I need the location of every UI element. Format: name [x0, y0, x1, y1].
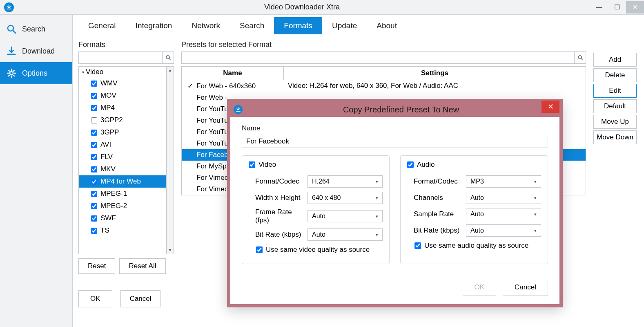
dialog-titlebar: Copy Predefined Preset To New ✕	[230, 102, 559, 117]
format-item[interactable]: MP4 for Web	[79, 175, 166, 188]
dialog-close-button[interactable]: ✕	[541, 101, 559, 113]
format-item[interactable]: TS	[79, 224, 166, 237]
reset-all-button[interactable]: Reset All	[119, 258, 165, 274]
format-checkbox[interactable]	[91, 130, 97, 136]
tab-integration[interactable]: Integration	[126, 17, 182, 34]
video-enable-checkbox[interactable]	[249, 161, 255, 168]
dialog-cancel-button[interactable]: Cancel	[503, 279, 548, 296]
format-checkbox[interactable]	[91, 179, 97, 185]
svg-line-1	[13, 30, 16, 33]
movedown-button[interactable]: Move Down	[593, 130, 637, 144]
format-checkbox[interactable]	[91, 166, 97, 172]
format-item[interactable]: 3GPP2	[79, 114, 166, 126]
moveup-button[interactable]: Move Up	[593, 115, 637, 129]
formats-tree: Video WMVMOVMP43GPP23GPPAVIFLVMKVMP4 for…	[78, 66, 174, 254]
preset-dialog: Copy Predefined Preset To New ✕ Name Vid…	[227, 99, 563, 307]
format-checkbox[interactable]	[91, 142, 97, 148]
audio-enable-checkbox[interactable]	[407, 161, 414, 168]
scroll-up-icon[interactable]: ▲	[167, 67, 174, 74]
video-fps-select[interactable]: Auto	[308, 210, 383, 222]
format-checkbox[interactable]	[91, 215, 97, 222]
format-checkbox[interactable]	[91, 154, 97, 160]
tab-formats[interactable]: Formats	[274, 17, 322, 34]
format-item[interactable]: FLV	[79, 151, 166, 163]
audio-format-select[interactable]: MP3	[466, 175, 541, 188]
delete-button[interactable]: Delete	[593, 68, 637, 82]
format-checkbox[interactable]	[91, 228, 97, 234]
format-item[interactable]: MP4	[79, 102, 166, 114]
svg-line-6	[581, 58, 583, 60]
audio-format-label: Format/Codec	[414, 177, 466, 186]
svg-line-4	[169, 58, 171, 60]
format-checkbox[interactable]	[91, 203, 97, 209]
maximize-button[interactable]: ☐	[608, 1, 626, 13]
svg-point-2	[10, 72, 13, 75]
sidebar-item-label: Options	[22, 69, 47, 78]
preset-name: For Vimeo	[196, 185, 228, 193]
video-samequality-checkbox[interactable]	[256, 246, 263, 253]
default-button[interactable]: Default	[593, 99, 637, 113]
format-checkbox[interactable]	[91, 81, 97, 87]
format-checkbox[interactable]	[91, 105, 97, 111]
format-label: MPEG-1	[100, 190, 127, 198]
edit-button[interactable]: Edit	[593, 84, 637, 98]
tabs: General Integration Network Search Forma…	[73, 15, 644, 36]
ok-button[interactable]: OK	[78, 290, 112, 307]
audio-bitrate-select[interactable]: Auto	[466, 224, 541, 237]
search-icon	[6, 23, 17, 35]
sidebar-item-options[interactable]: Options	[0, 62, 72, 84]
video-bitrate-label: Bit Rate (kbps)	[255, 231, 308, 239]
video-panel: Video Format/CodecH.264 Width x Height64…	[242, 155, 390, 264]
gear-icon	[6, 67, 17, 79]
audio-samplerate-select[interactable]: Auto	[466, 208, 541, 220]
video-format-select[interactable]: H.264	[308, 175, 383, 188]
cancel-button[interactable]: Cancel	[120, 290, 161, 307]
audio-channels-select[interactable]: Auto	[466, 192, 541, 204]
sidebar: Search Download Options	[0, 15, 73, 327]
tab-about[interactable]: About	[367, 17, 407, 34]
format-item[interactable]: MPEG-2	[79, 200, 166, 212]
format-item[interactable]: 3GPP	[79, 126, 166, 139]
preset-row[interactable]: ✓For Web - 640x360Video: H.264 for web, …	[182, 80, 586, 92]
formats-search-input[interactable]	[79, 52, 162, 63]
svg-point-5	[578, 56, 582, 59]
reset-button[interactable]: Reset	[78, 258, 115, 274]
tab-network[interactable]: Network	[182, 17, 230, 34]
preset-name: For YouTu	[196, 116, 228, 125]
format-item[interactable]: MKV	[79, 163, 166, 175]
name-label: Name	[242, 124, 548, 132]
preset-name-input[interactable]	[242, 135, 548, 148]
scroll-down-icon[interactable]: ▼	[167, 246, 174, 254]
format-label: MP4	[100, 104, 115, 112]
minimize-button[interactable]: —	[590, 1, 608, 13]
tab-search[interactable]: Search	[230, 17, 274, 34]
formats-search-button[interactable]	[162, 52, 174, 63]
format-item[interactable]: WMV	[79, 77, 166, 90]
preset-name: For Facebo	[196, 151, 232, 159]
dialog-ok-button[interactable]: OK	[463, 279, 497, 296]
sidebar-item-download[interactable]: Download	[0, 40, 72, 62]
tab-update[interactable]: Update	[322, 17, 367, 34]
presets-search-input[interactable]	[182, 52, 574, 63]
formats-scrollbar[interactable]: ▲ ▼	[166, 67, 174, 254]
format-checkbox[interactable]	[91, 93, 97, 99]
tree-group-video[interactable]: Video	[79, 67, 166, 77]
dialog-title: Copy Predefined Preset To New	[243, 105, 559, 114]
format-item[interactable]: MPEG-1	[79, 188, 166, 200]
presets-search-button[interactable]	[574, 52, 586, 63]
format-label: 3GPP	[100, 128, 119, 137]
format-checkbox[interactable]	[91, 117, 97, 123]
format-item[interactable]: SWF	[79, 212, 166, 224]
format-item[interactable]: AVI	[79, 139, 166, 151]
audio-channels-label: Channels	[414, 194, 466, 202]
audio-samplerate-label: Sample Rate	[414, 210, 466, 218]
add-button[interactable]: Add	[593, 53, 637, 67]
sidebar-item-search[interactable]: Search	[0, 18, 72, 40]
video-bitrate-select[interactable]: Auto	[308, 228, 383, 241]
close-button[interactable]: ✕	[626, 1, 644, 13]
audio-samequality-checkbox[interactable]	[414, 242, 421, 249]
tab-general[interactable]: General	[78, 17, 126, 34]
format-checkbox[interactable]	[91, 191, 97, 197]
format-item[interactable]: MOV	[79, 90, 166, 102]
video-dim-select[interactable]: 640 x 480	[308, 192, 383, 204]
